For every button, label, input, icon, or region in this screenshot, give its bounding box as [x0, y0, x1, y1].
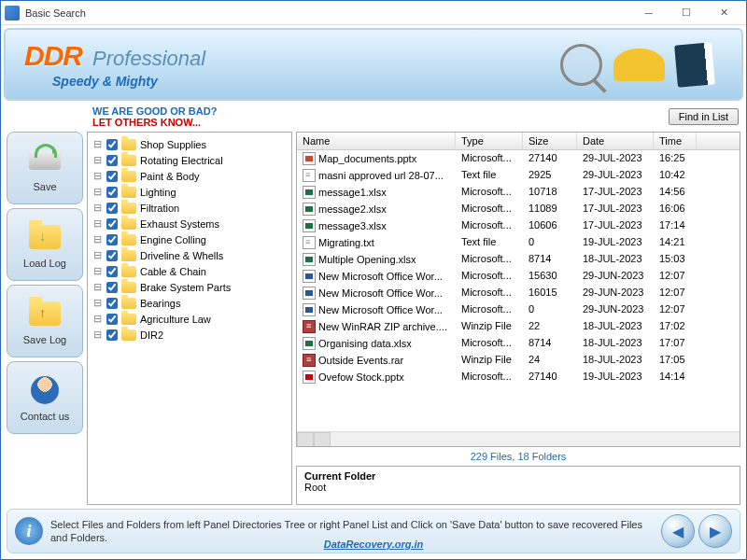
tree-checkbox[interactable] [106, 266, 118, 277]
list-row[interactable]: message1.xlsxMicrosoft...1071817-JUL-202… [297, 184, 740, 201]
save-log-button[interactable]: Save Log [7, 285, 83, 357]
file-size: 8714 [523, 336, 577, 351]
file-list: Name Type Size Date Time Map_documents.p… [296, 132, 740, 447]
file-name: New WinRAR ZIP archive.... [318, 321, 447, 332]
list-body[interactable]: Map_documents.pptxMicrosoft...2714029-JU… [297, 150, 740, 431]
file-date: 29-JUN-2023 [577, 302, 654, 317]
list-row[interactable]: Organising data.xlsxMicrosoft...871418-J… [297, 335, 740, 352]
nav-back-button[interactable]: ◀ [661, 514, 695, 548]
nav-forward-button[interactable]: ▶ [698, 514, 732, 548]
folder-tree[interactable]: ⊟Shop Supplies⊟Rotating Electrical⊟Paint… [87, 132, 292, 505]
file-size: 24 [523, 353, 577, 368]
tree-item[interactable]: ⊟Brake System Parts [90, 279, 289, 295]
tree-item[interactable]: ⊟Filtration [90, 200, 289, 216]
file-type: Microsoft... [456, 185, 523, 200]
file-icon [303, 270, 316, 283]
current-folder-panel: Current Folder Root [296, 466, 740, 505]
tree-checkbox[interactable] [106, 234, 118, 245]
folder-down-icon [29, 225, 61, 249]
horizontal-scrollbar[interactable] [297, 431, 740, 446]
list-row[interactable]: message3.xlsxMicrosoft...1060617-JUL-202… [297, 217, 740, 234]
file-time: 14:21 [654, 235, 697, 250]
file-type: Microsoft... [456, 151, 523, 166]
tree-checkbox[interactable] [106, 203, 118, 214]
tree-checkbox[interactable] [106, 155, 118, 166]
tree-item[interactable]: ⊟Exhaust Systems [90, 216, 289, 231]
list-row[interactable]: Ovefow Stock.pptxMicrosoft...2714019-JUL… [297, 369, 740, 385]
tree-checkbox[interactable] [106, 218, 118, 230]
file-icon [303, 287, 316, 300]
col-time[interactable]: Time [654, 133, 697, 149]
file-name: Ovefow Stock.pptx [318, 371, 404, 383]
file-name: message3.xlsx [318, 220, 387, 231]
col-date[interactable]: Date [577, 133, 654, 149]
maximize-button[interactable]: ☐ [668, 3, 705, 23]
tree-checkbox[interactable] [106, 282, 118, 293]
tree-checkbox[interactable] [106, 298, 118, 309]
tree-item[interactable]: ⊟DIR2 [90, 327, 289, 343]
load-log-button[interactable]: Load Log [7, 208, 83, 281]
folder-icon [121, 155, 136, 166]
top-row: WE ARE GOOD OR BAD? LET OTHERS KNOW... F… [1, 104, 746, 130]
tree-item[interactable]: ⊟Agriculture Law [90, 311, 289, 327]
tree-item[interactable]: ⊟Shop Supplies [90, 136, 289, 152]
tree-item[interactable]: ⊟Rotating Electrical [90, 152, 289, 168]
tree-checkbox[interactable] [106, 329, 118, 341]
list-row[interactable]: Multiple Opening.xlsxMicrosoft...871418-… [297, 251, 740, 268]
list-row[interactable]: New Microsoft Office Wor...Microsoft...0… [297, 301, 740, 318]
col-type[interactable]: Type [456, 133, 523, 149]
file-date: 18-JUL-2023 [577, 319, 654, 334]
file-time: 17:14 [654, 218, 697, 233]
promo-line2: LET OTHERS KNOW... [92, 117, 217, 128]
promo-banner[interactable]: WE ARE GOOD OR BAD? LET OTHERS KNOW... [92, 105, 217, 128]
contact-us-button[interactable]: Contact us [7, 361, 83, 434]
folder-icon [121, 139, 136, 150]
brand-name: DDR [24, 40, 82, 71]
list-row[interactable]: New Microsoft Office Wor...Microsoft...1… [297, 285, 740, 301]
col-name[interactable]: Name [297, 133, 456, 149]
website-link[interactable]: DataRecovery.org.in [324, 539, 424, 550]
save-button[interactable]: Save [7, 132, 83, 204]
folder-icon [121, 314, 136, 325]
close-button[interactable]: ✕ [705, 3, 742, 23]
drive-icon [29, 151, 61, 170]
file-time: 14:56 [654, 185, 697, 200]
tree-item[interactable]: ⊟Driveline & Whells [90, 247, 289, 263]
list-row[interactable]: message2.xlsxMicrosoft...1108917-JUL-202… [297, 201, 740, 217]
tree-item[interactable]: ⊟Lighting [90, 184, 289, 200]
file-type: Microsoft... [456, 370, 523, 385]
file-size: 10606 [523, 218, 577, 233]
tree-checkbox[interactable] [106, 139, 118, 150]
file-date: 19-JUL-2023 [577, 370, 654, 385]
tree-checkbox[interactable] [106, 187, 118, 198]
file-icon [303, 236, 316, 249]
tree-item[interactable]: ⊟Engine Colling [90, 231, 289, 247]
col-size[interactable]: Size [523, 133, 577, 149]
file-type: Winzip File [456, 353, 523, 368]
book-icon [674, 42, 715, 87]
minimize-button[interactable]: ─ [630, 3, 668, 23]
file-size: 2925 [523, 168, 577, 183]
list-row[interactable]: New Microsoft Office Wor...Microsoft...1… [297, 268, 740, 285]
find-in-list-button[interactable]: Find in List [669, 108, 739, 125]
list-header[interactable]: Name Type Size Date Time [297, 133, 740, 150]
tree-label: DIR2 [140, 329, 163, 341]
file-name: masni approved url 28-07... [318, 170, 444, 181]
list-row[interactable]: Outside Events.rarWinzip File2418-JUL-20… [297, 352, 740, 369]
list-row[interactable]: Migrating.txtText file019-JUL-202314:21 [297, 234, 740, 251]
product-name: Professional [92, 47, 205, 70]
list-row[interactable]: Map_documents.pptxMicrosoft...2714029-JU… [297, 150, 740, 167]
app-window: Basic Search ─ ☐ ✕ DDR Professional Spee… [0, 0, 747, 560]
tree-checkbox[interactable] [106, 250, 118, 261]
tree-checkbox[interactable] [106, 314, 118, 325]
tree-checkbox[interactable] [106, 171, 118, 182]
folder-icon [121, 218, 136, 230]
file-date: 18-JUL-2023 [577, 336, 654, 351]
list-row[interactable]: masni approved url 28-07...Text file2925… [297, 167, 740, 184]
list-row[interactable]: New WinRAR ZIP archive....Winzip File221… [297, 318, 740, 335]
file-name: message1.xlsx [318, 187, 387, 198]
tree-item[interactable]: ⊟Cable & Chain [90, 263, 289, 279]
tree-item[interactable]: ⊟Paint & Body [90, 168, 289, 184]
tree-item[interactable]: ⊟Bearings [90, 295, 289, 311]
file-date: 29-JUN-2023 [577, 269, 654, 284]
